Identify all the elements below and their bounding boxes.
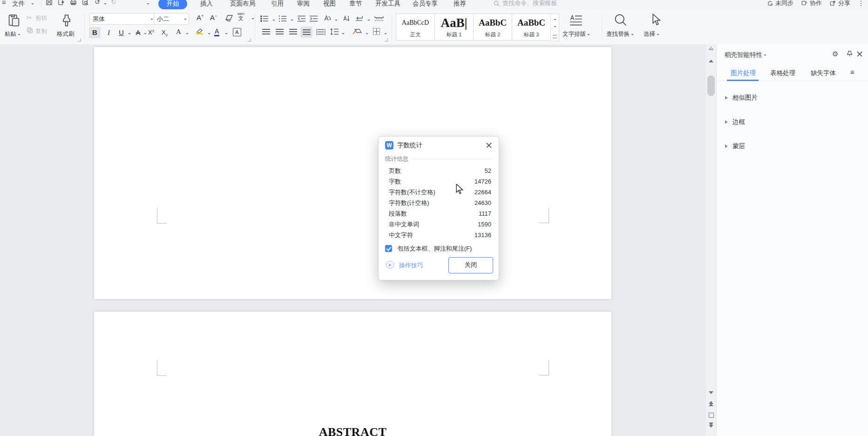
panel-tab-more-icon[interactable]: ≡ xyxy=(850,68,854,76)
tab-home[interactable]: 开始 xyxy=(158,0,187,9)
numbered-list-chevron-icon[interactable] xyxy=(291,20,293,22)
panel-close-icon[interactable] xyxy=(855,50,864,58)
panel-item-borders[interactable]: 边框 xyxy=(725,118,745,126)
select-browse-object-icon[interactable] xyxy=(709,413,714,418)
expand-arrow-icon[interactable] xyxy=(725,120,728,124)
dialog-close-icon[interactable] xyxy=(485,141,493,150)
justify-button[interactable] xyxy=(300,27,312,38)
highlight-color-button[interactable] xyxy=(195,28,204,34)
text-direction-chevron-icon[interactable] xyxy=(335,20,338,22)
numbered-list-icon[interactable] xyxy=(278,15,287,22)
clear-format-icon[interactable] xyxy=(225,14,233,21)
style-heading2[interactable]: AaBbC 标题 2 xyxy=(474,14,512,41)
export-icon[interactable] xyxy=(58,0,65,6)
gear-icon[interactable]: ⚙ xyxy=(832,50,838,58)
line-spacing-icon[interactable] xyxy=(330,28,339,35)
subscript-button[interactable]: X2 xyxy=(162,29,168,37)
font-color-button[interactable]: A xyxy=(214,27,219,35)
panel-item-mask[interactable]: 蒙层 xyxy=(725,142,745,150)
strikethrough-chevron-icon[interactable] xyxy=(144,33,147,36)
include-textbox-checkbox[interactable]: 包括文本框、脚注和尾注(F) xyxy=(385,245,472,253)
file-menu-chevron-icon[interactable] xyxy=(31,3,34,6)
pin-icon[interactable] xyxy=(846,50,853,57)
print-icon[interactable] xyxy=(70,0,77,6)
underline-chevron-icon[interactable] xyxy=(128,33,131,36)
style-heading3[interactable]: AaBbC 标题 3 xyxy=(512,14,551,41)
pinyin-chevron-icon[interactable] xyxy=(251,18,254,21)
scroll-down-icon[interactable] xyxy=(709,391,713,394)
tab-insert[interactable]: 插入 xyxy=(200,0,213,9)
next-page-icon2[interactable] xyxy=(709,425,713,428)
styles-more-icon[interactable] xyxy=(553,35,557,38)
clipboard-group-launcher[interactable] xyxy=(78,38,81,41)
undo-chevron-icon[interactable] xyxy=(104,3,107,6)
font-color-chevron-icon[interactable] xyxy=(225,33,228,36)
bullet-list-icon[interactable] xyxy=(260,15,269,22)
collaborate-button[interactable]: 协作 xyxy=(801,0,822,7)
align-center-icon[interactable] xyxy=(276,29,284,36)
shading-icon[interactable] xyxy=(352,28,362,35)
underline-button[interactable]: U xyxy=(115,27,127,38)
strikethrough-button[interactable]: A xyxy=(132,27,144,38)
shading-chevron-icon[interactable] xyxy=(366,33,368,36)
more-menu-icon[interactable]: ⋮ xyxy=(858,0,864,7)
line-spacing-chevron-icon[interactable] xyxy=(342,33,345,36)
tab-member[interactable]: 会员专享 xyxy=(413,0,438,9)
styles-up-icon[interactable] xyxy=(554,17,556,20)
sync-status[interactable]: 未同步 xyxy=(766,0,793,7)
print-preview-icon[interactable] xyxy=(82,0,89,6)
shrink-font-icon[interactable]: A− xyxy=(210,14,217,21)
font-size-select[interactable]: 小二 xyxy=(154,13,189,25)
ruler-toggle-icon[interactable] xyxy=(708,46,714,51)
italic-button[interactable]: I xyxy=(103,27,115,38)
expand-arrow-icon[interactable] xyxy=(725,144,728,148)
tab-references[interactable]: 引用 xyxy=(271,0,284,9)
tab-view[interactable]: 视图 xyxy=(323,0,336,9)
document-canvas[interactable]: ABSTRACT With the development of the Int… xyxy=(0,44,706,436)
text-direction-icon[interactable] xyxy=(322,14,332,22)
tab-recommend[interactable]: 推荐 xyxy=(454,0,466,9)
pinyin-guide-icon[interactable]: wén 文 xyxy=(237,12,244,21)
find-replace-icon[interactable] xyxy=(614,13,628,27)
panel-tab-image[interactable]: 图片处理 xyxy=(731,69,756,77)
file-menu[interactable]: 文件 xyxy=(12,0,25,9)
sort-icon[interactable] xyxy=(343,14,350,22)
text-layout-button[interactable]: 文字排版 xyxy=(563,30,590,38)
vertical-scrollbar[interactable] xyxy=(706,44,716,436)
format-painter-button[interactable]: 格式刷 xyxy=(57,30,75,38)
tips-link[interactable]: 操作技巧 xyxy=(386,261,423,270)
tab-review[interactable]: 审阅 xyxy=(297,0,310,9)
font-group-launcher[interactable] xyxy=(248,38,251,41)
increase-indent-icon[interactable] xyxy=(309,15,318,22)
highlight-chevron-icon[interactable] xyxy=(208,33,210,36)
panel-item-similar-images[interactable]: 相似图片 xyxy=(725,94,758,102)
style-normal[interactable]: AaBbCcD 正文 xyxy=(396,14,435,41)
paste-icon[interactable] xyxy=(7,14,20,27)
scroll-up-icon[interactable] xyxy=(709,60,713,62)
undo-icon[interactable]: ↺ xyxy=(95,0,100,6)
close-button[interactable]: 关闭 xyxy=(448,257,493,273)
expand-arrow-icon[interactable] xyxy=(725,96,728,100)
align-right-icon[interactable] xyxy=(289,29,297,36)
paste-button[interactable]: 粘贴 xyxy=(5,30,20,38)
borders-chevron-icon[interactable] xyxy=(384,33,387,36)
bold-button[interactable]: B xyxy=(89,27,101,38)
text-effects-button[interactable]: A xyxy=(176,28,181,36)
previous-page-icon2[interactable] xyxy=(709,403,713,406)
grow-font-icon[interactable]: A+ xyxy=(197,14,203,21)
hamburger-icon[interactable]: ≡ xyxy=(2,0,6,6)
panel-title[interactable]: 稻壳智能特性 xyxy=(725,51,766,59)
tab-section[interactable]: 章节 xyxy=(349,0,362,9)
wrap-mark-icon[interactable] xyxy=(355,14,363,22)
share-button[interactable]: 分享 xyxy=(829,0,850,7)
select-icon[interactable] xyxy=(650,13,662,27)
tab-page-layout[interactable]: 页面布局 xyxy=(230,0,255,9)
font-name-select[interactable]: 黑体 xyxy=(89,13,156,25)
text-effects-chevron-icon[interactable] xyxy=(186,33,189,36)
select-button[interactable]: 选择 xyxy=(644,30,659,38)
wrap-chevron-icon[interactable] xyxy=(367,20,370,22)
tab-dev-tools[interactable]: 开发工具 xyxy=(375,0,400,9)
decrease-indent-icon[interactable] xyxy=(297,15,306,22)
quickbar-more-chevron-icon[interactable] xyxy=(147,3,149,6)
character-border-button[interactable]: A xyxy=(233,28,241,36)
